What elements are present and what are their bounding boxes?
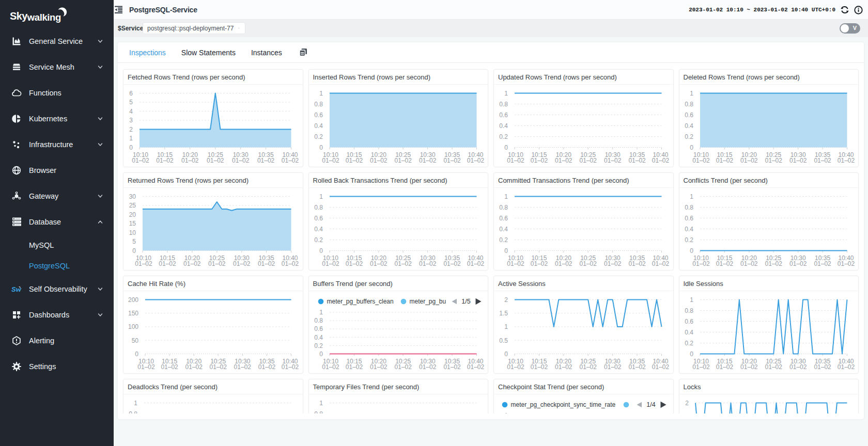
svg-text:0.8: 0.8 [499, 203, 508, 211]
svg-text:01–02: 01–02 [837, 157, 855, 164]
svg-text:01–02: 01–02 [258, 260, 275, 267]
svg-text:0.4: 0.4 [499, 122, 508, 129]
svg-text:01–02: 01–02 [740, 157, 758, 164]
svg-text:01–02: 01–02 [837, 260, 855, 267]
svg-text:0: 0 [504, 247, 508, 254]
svg-text:50: 50 [132, 337, 139, 344]
svg-text:01–02: 01–02 [210, 363, 227, 371]
svg-text:01–02: 01–02 [156, 157, 174, 164]
svg-text:01–02: 01–02 [257, 157, 275, 164]
svg-text:15: 15 [129, 220, 136, 227]
svg-text:01–02: 01–02 [652, 363, 670, 371]
svg-text:0: 0 [132, 247, 136, 254]
svg-text:0.5: 0.5 [499, 337, 508, 344]
svg-text:0.4: 0.4 [314, 333, 323, 341]
svg-text:0.4: 0.4 [314, 225, 323, 232]
svg-text:01–02: 01–02 [159, 260, 176, 267]
svg-text:1.5: 1.5 [499, 310, 508, 317]
svg-text:0: 0 [319, 350, 323, 357]
svg-text:0.6: 0.6 [314, 111, 323, 118]
svg-text:0.2: 0.2 [685, 236, 693, 243]
svg-text:01–02: 01–02 [137, 363, 155, 371]
svg-text:0: 0 [690, 144, 693, 151]
svg-text:0.6: 0.6 [314, 214, 323, 221]
svg-text:01–02: 01–02 [443, 157, 461, 164]
svg-text:0.6: 0.6 [685, 111, 693, 118]
svg-text:1: 1 [690, 89, 693, 97]
svg-text:01–02: 01–02 [419, 363, 437, 371]
svg-text:01–02: 01–02 [628, 363, 646, 371]
svg-text:5: 5 [129, 99, 133, 106]
svg-text:0.4: 0.4 [499, 225, 508, 232]
svg-text:01–02: 01–02 [580, 260, 597, 267]
svg-text:meter_pg_checkpoint_sync_time_: meter_pg_checkpoint_sync_time_rate [511, 401, 616, 408]
svg-text:01–02: 01–02 [467, 260, 484, 267]
svg-text:01–02: 01–02 [555, 157, 572, 164]
svg-text:01–02: 01–02 [555, 363, 572, 371]
svg-text:01–02: 01–02 [370, 363, 388, 371]
svg-text:01–02: 01–02 [604, 157, 622, 164]
svg-text:0.4: 0.4 [685, 328, 693, 336]
svg-text:0.2: 0.2 [314, 342, 323, 349]
svg-text:0.2: 0.2 [499, 236, 508, 243]
svg-text:1: 1 [134, 399, 137, 406]
svg-text:01–02: 01–02 [814, 363, 831, 371]
svg-text:2: 2 [685, 399, 689, 406]
svg-text:0.4: 0.4 [685, 225, 693, 232]
svg-text:01–02: 01–02 [765, 363, 782, 371]
svg-text:0.8: 0.8 [314, 100, 323, 107]
svg-text:01–02: 01–02 [716, 157, 733, 164]
svg-text:01–02: 01–02 [692, 260, 710, 267]
svg-text:150: 150 [128, 310, 138, 317]
svg-text:meter_pg_bu: meter_pg_bu [409, 298, 446, 305]
svg-text:01–02: 01–02 [507, 363, 524, 371]
svg-text:1/4: 1/4 [646, 401, 655, 408]
svg-text:1: 1 [690, 193, 693, 200]
svg-text:0: 0 [319, 144, 323, 151]
svg-text:01–02: 01–02 [233, 260, 251, 267]
svg-text:01–02: 01–02 [531, 157, 548, 164]
svg-text:1: 1 [504, 89, 508, 97]
svg-text:0.6: 0.6 [499, 214, 508, 221]
svg-text:01–02: 01–02 [740, 260, 758, 267]
svg-text:01–02: 01–02 [132, 157, 149, 164]
svg-text:25: 25 [129, 202, 136, 209]
svg-text:0.8: 0.8 [685, 203, 693, 211]
svg-text:30: 30 [129, 193, 136, 200]
svg-text:01–02: 01–02 [467, 363, 484, 371]
svg-text:0.4: 0.4 [314, 122, 323, 129]
svg-text:01–02: 01–02 [234, 363, 252, 371]
svg-text:01–02: 01–02 [345, 157, 363, 164]
svg-text:0.8: 0.8 [499, 100, 508, 107]
svg-text:0: 0 [135, 350, 138, 357]
svg-text:Sw: Sw [11, 285, 22, 293]
svg-text:0.6: 0.6 [685, 317, 693, 325]
svg-text:01–02: 01–02 [394, 363, 412, 371]
svg-text:01–02: 01–02 [370, 157, 388, 164]
svg-text:4: 4 [129, 107, 133, 115]
svg-text:01–02: 01–02 [765, 157, 782, 164]
svg-text:01–02: 01–02 [322, 157, 339, 164]
svg-text:0: 0 [319, 247, 323, 254]
svg-text:01–02: 01–02 [394, 260, 412, 267]
svg-text:01–02: 01–02 [467, 157, 484, 164]
svg-text:01–02: 01–02 [207, 157, 224, 164]
svg-text:1: 1 [319, 89, 323, 97]
svg-text:200: 200 [128, 296, 138, 303]
svg-text:1: 1 [690, 296, 693, 303]
svg-text:01–02: 01–02 [555, 260, 572, 267]
svg-text:01–02: 01–02 [161, 363, 178, 371]
svg-text:01–02: 01–02 [183, 260, 201, 267]
svg-text:01–02: 01–02 [740, 363, 758, 371]
svg-text:01–02: 01–02 [789, 157, 807, 164]
svg-text:0.4: 0.4 [685, 122, 693, 129]
svg-text:1: 1 [504, 193, 508, 200]
svg-text:0: 0 [690, 247, 693, 254]
svg-text:0.2: 0.2 [685, 339, 693, 346]
svg-text:1: 1 [504, 323, 508, 330]
svg-text:1: 1 [319, 399, 323, 406]
svg-text:6: 6 [129, 89, 133, 97]
svg-text:1: 1 [319, 309, 323, 316]
svg-text:0: 0 [504, 350, 508, 357]
svg-text:01–02: 01–02 [232, 157, 250, 164]
